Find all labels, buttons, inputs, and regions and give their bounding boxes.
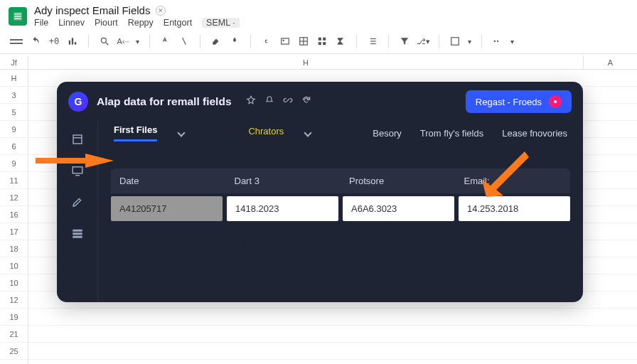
menu-seml[interactable]: SEML · [202, 18, 240, 28]
svg-rect-3 [14, 18, 21, 18]
svg-rect-15 [323, 38, 326, 41]
link-icon[interactable] [261, 36, 272, 47]
svg-rect-16 [318, 42, 321, 45]
row-header[interactable]: 19 [0, 309, 28, 326]
svg-point-10 [283, 40, 284, 41]
tab-besory[interactable]: Besory [373, 128, 401, 139]
svg-point-22 [494, 41, 496, 42]
annotation-arrow-right [482, 151, 532, 204]
refresh-icon[interactable] [301, 95, 311, 108]
menu-file[interactable]: File [34, 18, 48, 28]
menu-piourt[interactable]: Piourt [95, 18, 118, 28]
row-header[interactable]: 10 [0, 274, 28, 291]
paint-icon[interactable] [210, 36, 222, 47]
toolbar: +0 A‹·· ▾ ⎇▾ ▾ ▾ [0, 32, 637, 54]
row-header[interactable]: 25 [0, 343, 28, 360]
th-date[interactable]: Date [111, 168, 226, 193]
row-header[interactable]: 3 [0, 87, 28, 104]
table-icon[interactable] [298, 36, 309, 47]
link2-icon[interactable] [283, 95, 293, 108]
th-dart[interactable]: Dart 3 [226, 168, 341, 193]
list-icon[interactable] [367, 36, 378, 47]
svg-marker-33 [482, 151, 529, 197]
action-button[interactable]: Regast - Froeds [466, 90, 572, 113]
svg-point-7 [101, 38, 106, 43]
panel-logo-icon: G [68, 92, 88, 112]
tab-chrators[interactable]: Chrators [248, 126, 284, 141]
chart-icon[interactable] [67, 36, 78, 47]
files-icon[interactable] [71, 133, 84, 149]
italic-icon[interactable] [178, 36, 190, 47]
row-header[interactable]: 6 [0, 138, 28, 155]
svg-rect-4 [69, 41, 70, 45]
pin-icon[interactable] [246, 95, 256, 108]
svg-rect-29 [73, 230, 82, 232]
more-icon[interactable] [492, 36, 503, 47]
panel-tabs: First Files Chrators Besory Trom fly's f… [111, 120, 570, 150]
font-icon[interactable]: A‹·· [117, 36, 129, 47]
redo-label[interactable]: +0 [48, 36, 60, 47]
cell-protsore[interactable]: A6A6.3023 [343, 196, 454, 221]
cell-dart[interactable]: 1418.2023 [227, 196, 338, 221]
svg-point-24 [554, 100, 557, 103]
menu-bar: File Linnev Piourt Reppy Entgort SEML · [34, 18, 240, 28]
svg-rect-17 [323, 42, 326, 45]
row-header[interactable]: 12 [0, 189, 28, 206]
bold-icon[interactable] [160, 36, 171, 47]
row-header[interactable]: 16 [0, 206, 28, 223]
svg-rect-14 [318, 38, 321, 41]
search-icon[interactable] [99, 36, 110, 47]
cell-id[interactable]: A41205717 [111, 196, 223, 221]
menu-reppy[interactable]: Reppy [128, 18, 154, 28]
svg-rect-30 [73, 232, 82, 235]
cell-row[interactable] [28, 343, 637, 360]
record-icon [549, 95, 562, 108]
panel-header: G Alap data for remall fields Regast - F… [57, 82, 583, 120]
row-header[interactable]: 11 [0, 172, 28, 189]
svg-marker-32 [36, 154, 114, 168]
th-protsore[interactable]: Protsore [341, 168, 456, 193]
image-icon[interactable] [279, 36, 291, 47]
svg-rect-25 [73, 135, 82, 144]
sort-icon[interactable]: ⎇▾ [417, 36, 429, 47]
row-header[interactable]: 10 [0, 257, 28, 274]
sigma-icon[interactable] [335, 36, 346, 47]
cell-row[interactable] [28, 326, 637, 343]
chevron-down-icon[interactable] [304, 129, 312, 136]
annotation-arrow-left [36, 154, 114, 185]
row-header[interactable]: 5 [0, 104, 28, 121]
menu-linnev[interactable]: Linnev [58, 18, 85, 28]
tab-trom[interactable]: Trom fly's fields [420, 128, 483, 139]
row-header[interactable]: 9 [0, 121, 28, 138]
filter-icon[interactable] [399, 36, 410, 47]
tab-first-files[interactable]: First Files [114, 124, 157, 141]
row-header[interactable]: 9 [0, 155, 28, 172]
cell-row[interactable] [28, 309, 637, 326]
bell-icon[interactable] [264, 95, 274, 108]
svg-rect-5 [72, 38, 73, 44]
panel-sidebar [57, 120, 98, 302]
grid-icon[interactable] [316, 36, 328, 47]
svg-point-23 [497, 41, 498, 42]
edit-icon[interactable] [71, 196, 84, 211]
tab-lease[interactable]: Lease fnovories [502, 128, 567, 139]
chevron-down-icon[interactable] [178, 129, 186, 136]
document-title[interactable]: Ady inspect Email Fields ✕ [34, 4, 240, 16]
row-header[interactable]: 12 [0, 291, 28, 309]
view-icon[interactable] [449, 36, 461, 47]
svg-rect-2 [14, 16, 21, 16]
row-header[interactable]: 18 [0, 240, 28, 257]
close-icon[interactable]: ✕ [156, 6, 166, 16]
undo-icon[interactable] [30, 36, 41, 47]
svg-rect-6 [75, 42, 76, 45]
sheets-icon [9, 7, 27, 26]
panel-title: Alap data for remall fields [97, 95, 232, 108]
svg-rect-9 [282, 38, 289, 44]
menu-entgort[interactable]: Entgort [164, 18, 192, 28]
row-header[interactable]: 17 [0, 223, 28, 240]
row-header[interactable]: H [0, 70, 28, 87]
row-header[interactable]: 21 [0, 326, 28, 343]
rows-icon[interactable] [71, 227, 84, 242]
menu-icon[interactable] [10, 39, 23, 44]
brush-icon[interactable] [229, 36, 240, 47]
